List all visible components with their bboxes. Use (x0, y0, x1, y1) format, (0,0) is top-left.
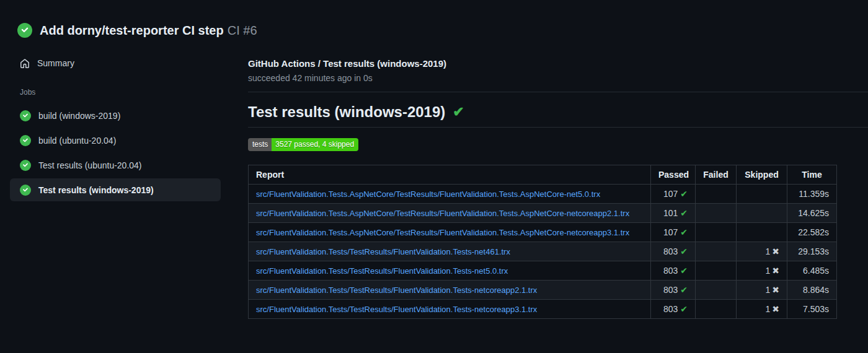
report-link[interactable]: src/FluentValidation.Tests/TestResults/F… (256, 247, 510, 256)
sidebar: Summary Jobs build (windows-2019)build (… (0, 46, 248, 203)
skipped-count: 1 (765, 304, 770, 314)
table-row: src/FluentValidation.Tests.AspNetCore/Te… (249, 204, 837, 223)
sidebar-item-summary[interactable]: Summary (10, 53, 221, 73)
passed-check-icon: ✔ (680, 208, 688, 218)
passed-cell: 803✔ (651, 261, 696, 281)
column-header: Time (787, 165, 837, 185)
run-success-icon (17, 23, 32, 38)
report-cell: src/FluentValidation.Tests/TestResults/F… (249, 281, 651, 300)
failed-cell (696, 185, 737, 204)
column-header: Passed (651, 165, 696, 185)
passed-count: 803 (663, 246, 678, 256)
job-success-icon (20, 110, 31, 121)
job-header: GitHub Actions / Test results (windows-2… (248, 58, 868, 92)
run-header: Add dorny/test-reporter CI stepCI #6 (0, 0, 868, 46)
main-content: GitHub Actions / Test results (windows-2… (248, 46, 868, 319)
sidebar-job-item[interactable]: Test results (windows-2019) (10, 178, 221, 201)
sidebar-job-item[interactable]: Test results (ubuntu-20.04) (10, 154, 221, 176)
job-item-label: build (windows-2019) (38, 111, 120, 121)
skipped-cell: 1✖ (737, 300, 787, 319)
skipped-cross-icon: ✖ (772, 246, 779, 256)
time-cell: 29.153s (787, 242, 837, 261)
report-cell: src/FluentValidation.Tests.AspNetCore/Te… (249, 223, 651, 242)
sidebar-jobs-list: build (windows-2019)build (ubuntu-20.04)… (10, 104, 221, 201)
report-cell: src/FluentValidation.Tests/TestResults/F… (249, 261, 651, 281)
report-link[interactable]: src/FluentValidation.Tests.AspNetCore/Te… (256, 209, 629, 218)
passed-cell: 803✔ (651, 281, 696, 300)
failed-cell (696, 242, 737, 261)
skipped-cross-icon: ✖ (772, 285, 779, 295)
table-row: src/FluentValidation.Tests/TestResults/F… (249, 281, 837, 300)
heading-check-icon: ✔ (453, 105, 464, 119)
skipped-count: 1 (765, 266, 770, 276)
time-cell: 7.503s (787, 300, 837, 319)
table-row: src/FluentValidation.Tests.AspNetCore/Te… (249, 185, 837, 204)
job-item-label: Test results (ubuntu-20.04) (38, 160, 142, 170)
passed-check-icon: ✔ (680, 189, 688, 199)
report-heading: Test results (windows-2019) ✔ (248, 103, 868, 128)
skipped-count: 1 (765, 285, 770, 295)
passed-check-icon: ✔ (680, 246, 688, 256)
passed-check-icon: ✔ (680, 285, 688, 295)
sidebar-job-item[interactable]: build (ubuntu-20.04) (10, 129, 221, 152)
test-results-table: ReportPassedFailedSkippedTime src/Fluent… (248, 165, 837, 319)
skipped-cell (737, 223, 787, 242)
report-cell: src/FluentValidation.Tests/TestResults/F… (249, 242, 651, 261)
failed-cell (696, 223, 737, 242)
failed-cell (696, 281, 737, 300)
skipped-cell (737, 185, 787, 204)
passed-count: 107 (663, 189, 678, 199)
passed-count: 803 (663, 304, 678, 314)
table-row: src/FluentValidation.Tests/TestResults/F… (249, 261, 837, 281)
column-header: Failed (696, 165, 737, 185)
job-status-line: succeeded 42 minutes ago in 0s (248, 73, 868, 83)
failed-cell (696, 261, 737, 281)
table-row: src/FluentValidation.Tests.AspNetCore/Te… (249, 223, 837, 242)
skipped-count: 1 (765, 246, 770, 256)
home-icon (20, 58, 30, 68)
passed-cell: 101✔ (651, 204, 696, 223)
report-link[interactable]: src/FluentValidation.Tests/TestResults/F… (256, 266, 508, 276)
passed-count: 803 (663, 285, 678, 295)
job-item-label: build (ubuntu-20.04) (38, 136, 116, 146)
report-heading-text: Test results (windows-2019) (248, 103, 445, 121)
report-link[interactable]: src/FluentValidation.Tests/TestResults/F… (256, 285, 537, 295)
time-cell: 11.359s (787, 185, 837, 204)
report-link[interactable]: src/FluentValidation.Tests/TestResults/F… (256, 305, 537, 314)
tests-badge-value: 3527 passed, 4 skipped (272, 138, 358, 151)
skipped-cell: 1✖ (737, 261, 787, 281)
failed-cell (696, 204, 737, 223)
job-item-label: Test results (windows-2019) (38, 185, 154, 195)
job-header-title: GitHub Actions / Test results (windows-2… (248, 58, 868, 69)
job-success-icon (20, 135, 31, 146)
job-success-icon (20, 160, 31, 171)
passed-cell: 107✔ (651, 185, 696, 204)
table-row: src/FluentValidation.Tests/TestResults/F… (249, 300, 837, 319)
sidebar-summary-label: Summary (37, 58, 74, 68)
tests-badge: tests 3527 passed, 4 skipped (248, 138, 358, 151)
report-link[interactable]: src/FluentValidation.Tests.AspNetCore/Te… (256, 228, 629, 237)
column-header: Report (249, 165, 651, 185)
failed-cell (696, 300, 737, 319)
sidebar-job-item[interactable]: build (windows-2019) (10, 104, 221, 127)
time-cell: 14.625s (787, 204, 837, 223)
passed-check-icon: ✔ (680, 227, 688, 237)
tests-badge-label: tests (248, 138, 272, 151)
skipped-cell: 1✖ (737, 242, 787, 261)
passed-cell: 803✔ (651, 300, 696, 319)
passed-check-icon: ✔ (680, 266, 688, 276)
passed-count: 107 (663, 227, 678, 237)
passed-cell: 107✔ (651, 223, 696, 242)
report-cell: src/FluentValidation.Tests.AspNetCore/Te… (249, 185, 651, 204)
column-header: Skipped (737, 165, 787, 185)
report-cell: src/FluentValidation.Tests.AspNetCore/Te… (249, 204, 651, 223)
passed-count: 803 (663, 266, 678, 276)
table-header-row: ReportPassedFailedSkippedTime (249, 165, 837, 185)
time-cell: 8.864s (787, 281, 837, 300)
report-link[interactable]: src/FluentValidation.Tests.AspNetCore/Te… (256, 190, 600, 199)
jobs-section-label: Jobs (20, 88, 221, 97)
passed-cell: 803✔ (651, 242, 696, 261)
passed-count: 101 (663, 208, 678, 218)
run-title: Add dorny/test-reporter CI step (40, 24, 224, 37)
time-cell: 6.485s (787, 261, 837, 281)
